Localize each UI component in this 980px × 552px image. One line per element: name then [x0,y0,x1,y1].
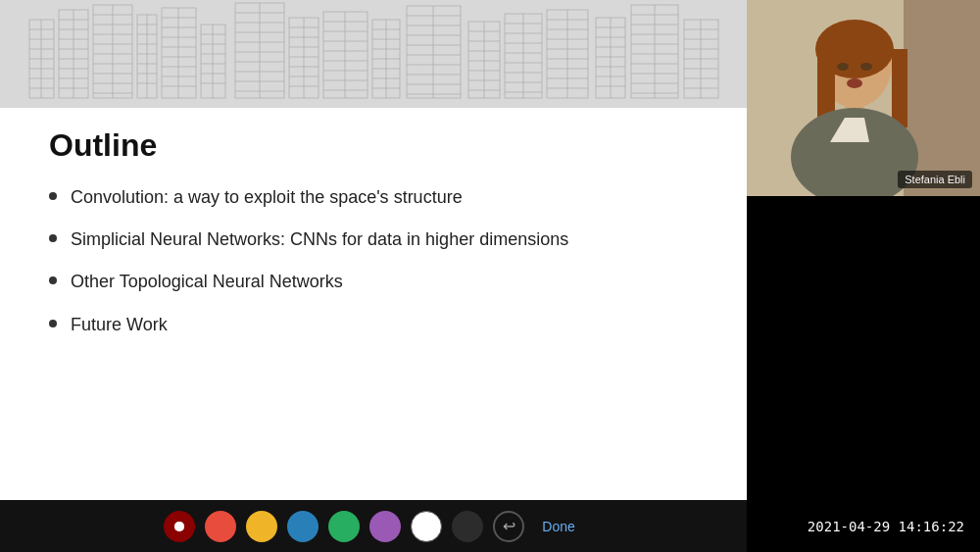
color-black-button[interactable] [452,511,483,542]
color-red-button[interactable] [205,511,236,542]
bottom-toolbar: ↩ Done [0,500,747,552]
color-purple-button[interactable] [369,511,401,542]
color-white-button[interactable] [411,511,442,542]
slide-bullet-1: Convolution: a way to exploit the space'… [49,185,698,210]
right-black-fill [747,196,980,500]
svg-point-172 [837,63,849,71]
slide-area: Outline Convolution: a way to exploit th… [0,0,747,500]
bullet-dot-3 [49,276,57,284]
slide-bullet-4: Future Work [49,313,698,337]
webcam-name-badge: Stefania Ebli [898,171,972,188]
color-blue-button[interactable] [287,511,318,542]
bottom-right-area: 2021-04-29 14:16:22 [747,500,980,552]
svg-point-173 [860,63,872,71]
color-green-button[interactable] [328,511,360,542]
slide-bullet-3: Other Topological Neural Networks [49,270,698,294]
slide-content: Outline Convolution: a way to exploit th… [0,108,747,375]
slide-header [0,0,747,108]
color-yellow-button[interactable] [246,511,277,542]
done-button[interactable]: Done [534,515,582,538]
webcam-area: Stefania Ebli [747,0,980,196]
slide-bullet-2: Simplicial Neural Networks: CNNs for dat… [49,227,698,252]
slide-title: Outline [49,127,698,164]
undo-button[interactable]: ↩ [493,511,524,542]
bullet-dot-4 [49,320,57,327]
undo-icon: ↩ [503,517,515,535]
color-dark-red-button[interactable] [164,511,195,542]
svg-rect-171 [892,49,907,127]
bullet-dot-1 [49,192,57,200]
svg-point-174 [847,78,862,88]
datetime-display: 2021-04-29 14:16:22 [808,519,964,534]
webcam-video: Stefania Ebli [747,0,980,196]
bullet-dot-2 [49,234,57,242]
